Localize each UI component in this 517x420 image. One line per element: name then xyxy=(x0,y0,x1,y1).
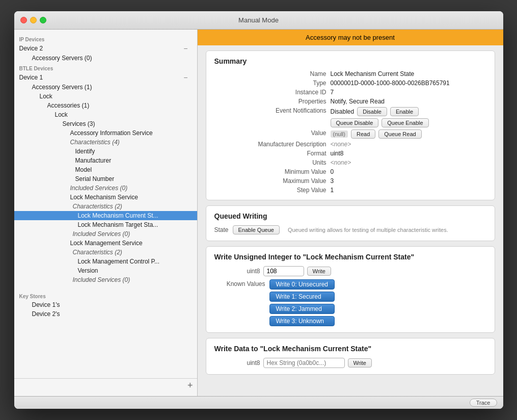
write-1-button[interactable]: Write 1: Secured xyxy=(269,292,335,302)
window-title: Manual Mode xyxy=(238,16,279,24)
lock-mechanism-target-label: Lock Mechanism Target Sta... xyxy=(78,221,158,228)
write-unsigned-button[interactable]: Write xyxy=(307,267,331,276)
queued-writing-row: State Enable Queue Queued writing allows… xyxy=(214,225,486,234)
traffic-lights xyxy=(20,17,46,23)
included-services-0-top-label: Included Services (0) xyxy=(70,185,128,192)
identify-label: Identify xyxy=(75,148,95,155)
sidebar-item-version[interactable]: Version xyxy=(14,266,197,275)
close-button[interactable] xyxy=(20,17,27,23)
sidebar-item-ip-accessory-servers[interactable]: Accessory Servers (0) xyxy=(14,54,197,63)
queue-enable-button[interactable]: Queue Enable xyxy=(382,118,428,127)
min-value-label: Minimum Value xyxy=(214,168,326,175)
maximize-button[interactable] xyxy=(40,17,46,23)
write-unsigned-input[interactable] xyxy=(263,266,304,276)
sidebar-item-lock-mechanism-service[interactable]: Lock Mechanism Service xyxy=(14,193,197,202)
sidebar-item-key-store-device1[interactable]: Device 1's xyxy=(14,300,197,309)
manufacturer-label: Manufacturer xyxy=(75,157,112,164)
sidebar-item-accessories-lock[interactable]: Lock xyxy=(14,110,197,119)
known-value-buttons: Write 0: Unsecured Write 1: Secured Writ… xyxy=(269,279,335,326)
sidebar-item-serial-number[interactable]: Serial Number xyxy=(14,174,197,183)
sidebar-item-lock-mechanism-target[interactable]: Lock Mechanism Target Sta... xyxy=(14,220,197,229)
sidebar-item-manufacturer[interactable]: Manufacturer xyxy=(14,156,197,165)
device2-collapse[interactable]: − xyxy=(183,44,192,52)
properties-label: Properties xyxy=(214,98,326,105)
manufacturer-desc-value: <none> xyxy=(331,141,486,148)
summary-grid: Name Lock Mechanism Current State Type 0… xyxy=(214,70,486,194)
lock-mechanism-service-label: Lock Mechanism Service xyxy=(70,194,138,201)
properties-value: Notify, Secure Read xyxy=(331,98,486,105)
sidebar-item-btle-accessory-servers[interactable]: Accessory Servers (1) xyxy=(14,83,197,92)
sidebar-item-characteristics-4[interactable]: Characteristics (4) xyxy=(14,138,197,147)
event-notif-value: Disabled Disable Enable xyxy=(331,107,486,116)
sidebar-footer: + xyxy=(14,378,197,392)
sidebar-item-key-store-device2[interactable]: Device 2's xyxy=(14,309,197,319)
type-value: 0000001D-0000-1000-8000-0026BB765791 xyxy=(331,80,486,87)
minimize-button[interactable] xyxy=(30,17,37,23)
add-button[interactable]: + xyxy=(187,381,193,390)
characteristics-2-mgmt-label: Characteristics (2) xyxy=(73,249,122,256)
device1-collapse[interactable]: − xyxy=(183,73,192,82)
step-value-label: Step Value xyxy=(214,187,326,194)
sidebar-item-identify[interactable]: Identify xyxy=(14,147,197,156)
ip-devices-label: IP Devices xyxy=(14,34,197,43)
disabled-text: Disabled xyxy=(331,108,355,115)
sidebar-item-services[interactable]: Services (3) xyxy=(14,119,197,128)
write-data-button[interactable]: Write xyxy=(348,358,372,368)
version-label: Version xyxy=(78,267,98,274)
step-value: 1 xyxy=(331,187,486,194)
lock-management-service-label: Lock Management Service xyxy=(70,240,143,247)
format-value: uint8 xyxy=(331,150,486,157)
sidebar-item-accessory-info-service[interactable]: Accessory Information Service xyxy=(14,128,197,138)
btle-accessory-servers-label: Accessory Servers (1) xyxy=(32,84,92,91)
lock-top-label: Lock xyxy=(40,93,52,100)
included-services-0-bot-label: Included Services (0) xyxy=(73,276,130,283)
sidebar-item-lock-top[interactable]: Lock xyxy=(14,92,197,101)
name-label: Name xyxy=(214,70,326,77)
model-label: Model xyxy=(75,166,92,173)
enable-button[interactable]: Enable xyxy=(390,107,419,116)
serial-number-label: Serial Number xyxy=(75,175,115,182)
summary-card: Summary Name Lock Mechanism Current Stat… xyxy=(206,50,495,200)
ip-accessory-servers-label: Accessory Servers (0) xyxy=(32,55,92,62)
characteristics-2-lock-label: Characteristics (2) xyxy=(73,203,122,210)
write-data-type: uint8 xyxy=(240,359,260,366)
sidebar-item-lock-management-control[interactable]: Lock Management Control P... xyxy=(14,257,197,266)
sidebar-item-model[interactable]: Model xyxy=(14,165,197,174)
queued-description: Queued writing allows for testing of mul… xyxy=(288,227,448,233)
sidebar-item-included-services-0-bot[interactable]: Included Services (0) xyxy=(14,275,197,284)
enable-queue-button[interactable]: Enable Queue xyxy=(233,225,280,234)
sidebar-item-lock-management-service[interactable]: Lock Management Service xyxy=(14,239,197,248)
max-value: 3 xyxy=(331,177,486,185)
event-notif-label: Event Notifications xyxy=(214,107,326,116)
disable-button[interactable]: Disable xyxy=(357,107,387,116)
app-window: Manual Mode IP Devices Device 2 − Access… xyxy=(14,11,503,409)
known-values-label: Known Values xyxy=(214,279,265,287)
sidebar-item-included-services-0-mid[interactable]: Included Services (0) xyxy=(14,229,197,239)
sidebar-item-characteristics-2-mgmt[interactable]: Characteristics (2) xyxy=(14,248,197,257)
write-data-input[interactable] xyxy=(263,358,345,368)
write-unsigned-type: uint8 xyxy=(240,268,260,275)
queue-disable-button[interactable]: Queue Disable xyxy=(331,118,379,127)
read-button[interactable]: Read xyxy=(351,129,375,139)
sidebar-item-characteristics-2-lock[interactable]: Characteristics (2) xyxy=(14,202,197,211)
write-unsigned-card: Write Unsigned Integer to "Lock Mechanis… xyxy=(206,246,495,333)
lock-mechanism-current-label: Lock Mechanism Current St... xyxy=(78,212,158,219)
write-3-button[interactable]: Write 3: Unknown xyxy=(269,316,335,326)
accessories-lock-label: Lock xyxy=(55,111,68,118)
write-0-button[interactable]: Write 0: Unsecured xyxy=(269,279,335,290)
characteristics-4-label: Characteristics (4) xyxy=(70,139,120,146)
write-2-button[interactable]: Write 2: Jammed xyxy=(269,304,335,314)
device1-label: Device 1 xyxy=(19,74,43,81)
sidebar-item-accessories[interactable]: Accessories (1) xyxy=(14,101,197,110)
trace-button[interactable]: Trace xyxy=(470,399,497,407)
value-row: (null) Read Queue Read xyxy=(331,129,486,139)
event-notif-label2 xyxy=(214,118,326,127)
warning-banner: Accessory may not be present xyxy=(198,30,503,45)
sidebar-item-device1[interactable]: Device 1 − xyxy=(14,72,197,83)
sidebar-item-included-services-0-top[interactable]: Included Services (0) xyxy=(14,183,197,193)
queue-read-button[interactable]: Queue Read xyxy=(378,129,421,139)
max-value-label: Maximum Value xyxy=(214,177,326,185)
sidebar-item-lock-mechanism-current[interactable]: Lock Mechanism Current St... xyxy=(14,211,197,220)
sidebar-item-device2[interactable]: Device 2 − xyxy=(14,43,197,54)
summary-title: Summary xyxy=(214,57,486,65)
